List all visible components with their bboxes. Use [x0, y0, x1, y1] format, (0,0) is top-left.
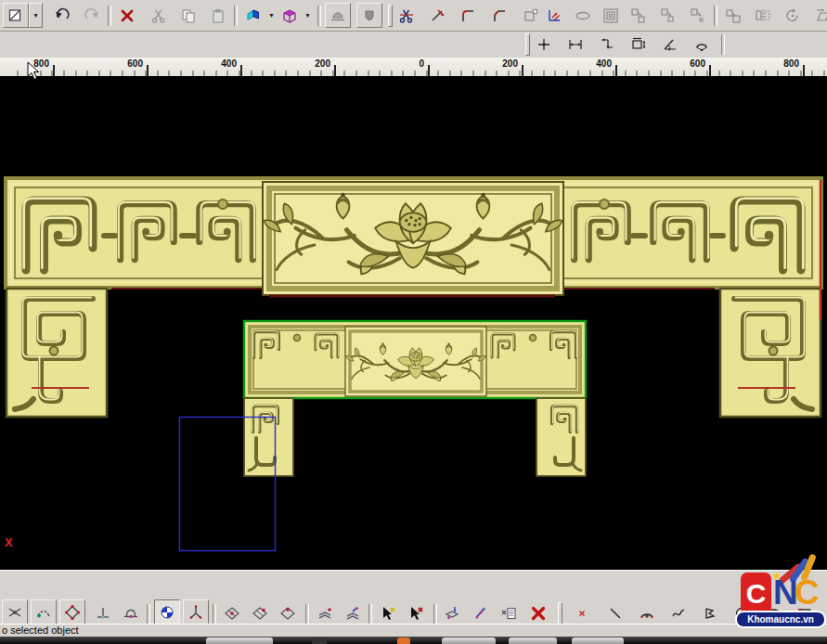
ruler-label: 600 — [110, 58, 143, 69]
draw-line-icon[interactable] — [603, 601, 627, 625]
rotate-icon[interactable] — [781, 4, 805, 27]
toolbar-gripper — [558, 602, 562, 625]
logo-letter-c1: C — [741, 573, 771, 614]
main-toolbar: ▾ ▾ ▾ — [0, 0, 827, 32]
ruler-label: 0 — [391, 58, 424, 69]
taskbar-button[interactable] — [442, 638, 496, 644]
draw-polygon-icon[interactable] — [698, 601, 722, 625]
separator — [433, 604, 437, 625]
view-combo-dropdown-icon[interactable]: ▾ — [29, 3, 43, 28]
mirror-icon[interactable] — [751, 4, 775, 27]
snap-axis-icon[interactable] — [183, 599, 209, 625]
layer-assign-icon[interactable] — [313, 601, 337, 625]
select-remove-icon[interactable] — [404, 601, 428, 625]
ruler-major-tick — [803, 65, 805, 76]
select-add-icon[interactable] — [376, 601, 400, 625]
trim-icon[interactable] — [394, 4, 419, 27]
taskbar-button[interactable] — [572, 638, 624, 644]
status-bar: o selected object — [0, 624, 827, 637]
chamfer-icon[interactable] — [487, 4, 511, 27]
cube-dropdown-icon[interactable]: ▾ — [302, 4, 314, 27]
copy-icon[interactable] — [176, 4, 200, 27]
taskbar-button[interactable] — [397, 638, 410, 644]
fillet-icon[interactable] — [456, 4, 480, 27]
snap-arc-icon[interactable] — [31, 599, 57, 625]
surface-dropdown-icon[interactable]: ▾ — [265, 4, 278, 27]
redo-icon[interactable] — [80, 4, 104, 27]
draw-point-icon[interactable] — [570, 601, 594, 625]
ruler-label: 200 — [297, 58, 330, 69]
separator — [305, 604, 309, 625]
taskbar-button[interactable] — [206, 638, 273, 644]
separator — [213, 604, 216, 625]
cad-application-window: ▾ ▾ ▾ — [0, 0, 827, 644]
draw-spline-icon[interactable] — [666, 601, 691, 625]
status-text: o selected object — [2, 625, 79, 636]
skew-icon[interactable] — [810, 4, 827, 27]
snap-quadrant-icon[interactable] — [59, 599, 85, 625]
relief-dome-a-icon[interactable] — [325, 3, 351, 28]
measure-distance-icon[interactable] — [563, 33, 588, 57]
taskbar-button[interactable] — [509, 638, 557, 644]
ruler-major-tick — [522, 65, 523, 76]
flatten-ellipse-icon[interactable] — [571, 4, 595, 27]
x-axis-label: X — [5, 535, 13, 549]
delete-list-icon[interactable] — [497, 601, 521, 625]
undo-icon[interactable] — [50, 4, 74, 27]
separator — [108, 6, 111, 26]
ruler-major-tick — [428, 65, 430, 76]
plane-xy-icon[interactable] — [220, 601, 244, 625]
ruler-major-tick — [334, 65, 336, 76]
snap-perpendicular-icon[interactable] — [91, 601, 115, 625]
logo-banner-text: Khomaucnc.vn — [735, 611, 826, 628]
paste-icon[interactable] — [206, 4, 230, 27]
material-cube-icon[interactable] — [278, 4, 302, 27]
snap-draw-toolbar — [0, 570, 827, 630]
measure-point-icon[interactable] — [532, 33, 556, 57]
concentric-offset-icon[interactable] — [599, 4, 623, 27]
design-canvas[interactable]: X — [0, 76, 827, 570]
point-project-icon[interactable] — [469, 601, 493, 625]
snap-node-icon[interactable] — [2, 599, 28, 625]
mouse-cursor — [27, 61, 40, 81]
snap-tangent-icon[interactable] — [119, 601, 143, 625]
ruler-major-tick — [53, 65, 55, 76]
separator — [317, 6, 321, 26]
measure-toolbar — [0, 32, 827, 58]
layer-select-icon[interactable] — [341, 601, 365, 625]
cnc-watermark-logo: ★ C N C Khomaucnc.vn — [735, 558, 827, 629]
cut-icon[interactable] — [147, 4, 171, 27]
measure-path-icon[interactable] — [595, 33, 619, 57]
separator — [388, 5, 393, 27]
relief-dome-b-icon[interactable] — [356, 3, 382, 28]
plane-project-icon[interactable] — [441, 601, 465, 625]
copy-transform-a-icon[interactable] — [627, 4, 651, 27]
relief-object-small-table-selected[interactable] — [244, 321, 586, 476]
copy-transform-b-icon[interactable] — [656, 4, 680, 27]
ruler-label: 400 — [578, 58, 612, 69]
delete-icon[interactable] — [115, 4, 139, 27]
measure-arc-icon[interactable] — [690, 33, 714, 57]
connect-icon[interactable] — [543, 4, 567, 27]
horizontal-ruler: 800 600 400 200 0 200 400 600 800 — [0, 58, 827, 77]
view-combo-icon[interactable] — [3, 3, 29, 28]
extend-icon[interactable] — [426, 4, 450, 27]
transform-move-icon[interactable] — [721, 4, 745, 27]
surface-preview-icon[interactable] — [241, 4, 265, 27]
ruler-major-tick — [147, 65, 149, 76]
plane-yz-icon[interactable] — [248, 601, 272, 625]
ruler-major-tick — [709, 65, 711, 76]
delete-all-icon[interactable] — [526, 601, 550, 625]
offset-icon[interactable] — [519, 4, 543, 27]
measure-angle-icon[interactable] — [658, 33, 682, 57]
separator — [368, 604, 372, 625]
measure-box-icon[interactable] — [627, 33, 651, 57]
plane-zx-icon[interactable] — [276, 601, 300, 625]
draw-arc-icon[interactable] — [635, 601, 659, 625]
ruler-label: 800 — [766, 58, 799, 69]
logo-letter-c2: C — [795, 573, 820, 612]
os-taskbar — [0, 637, 827, 644]
taskbar-button[interactable] — [312, 638, 327, 644]
copy-transform-c-icon[interactable] — [686, 4, 710, 27]
snap-grid-icon[interactable] — [154, 599, 180, 625]
